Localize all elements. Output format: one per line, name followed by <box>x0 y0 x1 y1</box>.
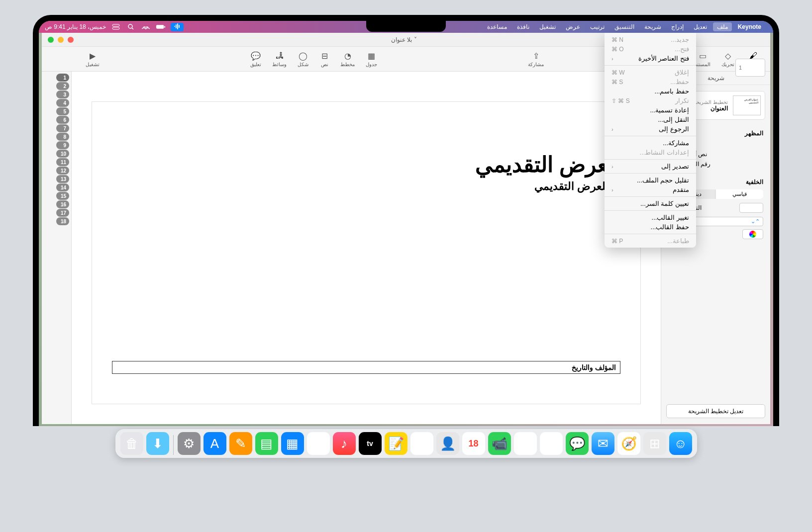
dock-keynote-icon[interactable]: ▦ <box>281 432 304 455</box>
slide-list[interactable]: 123456789101112131415161718 <box>42 72 72 424</box>
slide-thumb-8[interactable]: 8 <box>56 133 69 141</box>
menu-window[interactable]: نافذة <box>513 22 533 31</box>
dock-freeform-icon[interactable]: 〰 <box>307 432 330 455</box>
layout-thumb: عنوان العرض التقديمي <box>733 95 761 115</box>
control-center-icon[interactable] <box>111 23 121 31</box>
menu-item[interactable]: فتح العناصر الأخيرة‹ <box>605 54 696 63</box>
dock-facetime-icon[interactable]: 📹 <box>488 432 511 455</box>
slide-thumb-15[interactable]: 15 <box>56 192 69 200</box>
menu-item[interactable]: تغيير القالب... <box>605 213 696 222</box>
spotlight-icon[interactable] <box>126 23 136 31</box>
menu-item[interactable]: إعادة تسمية... <box>605 105 696 115</box>
slide-thumb-9[interactable]: 9 <box>56 141 69 149</box>
table-button[interactable]: ▦ جدول <box>366 51 377 67</box>
menu-arrange[interactable]: ترتيب <box>586 22 609 31</box>
file-menu-dropdown[interactable]: جديد...⌘ Nفتح...⌘ Oفتح العناصر الأخيرة‹إ… <box>605 33 696 248</box>
menu-slide[interactable]: شريحة <box>640 22 665 31</box>
slide-thumb-18[interactable]: 18 <box>56 217 69 225</box>
menu-item[interactable]: حفظ باسم... <box>605 87 696 96</box>
minimize-button[interactable] <box>58 37 64 43</box>
menu-file[interactable]: ملف <box>713 22 732 31</box>
dock-launchpad-icon[interactable]: ⊞ <box>643 432 666 455</box>
menubar-time[interactable]: خميس، 18 يناير 9:41 ص <box>45 23 106 30</box>
shape-icon: ◯ <box>298 51 308 61</box>
dock-reminders-icon[interactable]: ☑ <box>410 432 433 455</box>
dock-notes-icon[interactable]: 📝 <box>385 432 407 455</box>
menu-item[interactable]: مشاركة... <box>605 138 696 148</box>
close-button[interactable] <box>68 37 74 43</box>
color-picker[interactable] <box>742 229 763 239</box>
menu-item: حفظ...⌘ S <box>605 77 696 87</box>
canvas-area[interactable]: العرض التقديمي ي للعرض التقديمي المؤلف و… <box>72 72 661 424</box>
slide-thumb-11[interactable]: 11 <box>56 158 69 166</box>
battery-icon[interactable] <box>156 23 166 31</box>
edit-layout-button[interactable]: تعديل تخطيط الشريحة <box>666 404 765 418</box>
slide-thumb-12[interactable]: 12 <box>56 167 69 175</box>
slide-thumb-2[interactable]: 2 <box>56 82 69 90</box>
zoom-button[interactable] <box>48 37 54 43</box>
slide-title[interactable]: العرض التقديمي <box>112 152 620 177</box>
menu-item[interactable]: الرجوع إلى‹ <box>605 124 696 134</box>
comment-icon: 💬 <box>251 51 261 61</box>
menu-app[interactable]: Keynote <box>734 22 765 31</box>
current-fill-well[interactable] <box>739 203 763 213</box>
slide-thumb-10[interactable]: 10 <box>56 150 69 158</box>
slide-thumb-6[interactable]: 6 <box>56 116 69 124</box>
menu-format[interactable]: التنسيق <box>610 22 638 31</box>
menu-play[interactable]: تشغيل <box>535 22 560 31</box>
menu-item[interactable]: تقليل حجم الملف... <box>605 176 696 185</box>
slide-thumb-14[interactable]: 14 <box>56 183 69 191</box>
dock-numbers-icon[interactable]: ▤ <box>255 432 278 455</box>
dock-settings-icon[interactable]: ⚙ <box>178 432 201 455</box>
slide-thumb-5[interactable]: 5 <box>56 107 69 115</box>
menu-item: طباعة...⌘ P <box>605 236 696 246</box>
dock-music-icon[interactable]: ♪ <box>333 432 356 455</box>
window-title[interactable]: ˅ بلا عنوان <box>391 36 417 43</box>
menu-item[interactable]: متقدم‹ <box>605 185 696 194</box>
author-placeholder[interactable]: المؤلف والتاريخ <box>112 361 620 374</box>
animate-tab[interactable]: ◇ تحريك <box>721 51 734 67</box>
dock-photos-icon[interactable]: ❀ <box>514 432 537 455</box>
dock-maps-icon[interactable]: 🗺 <box>540 432 563 455</box>
slide-thumb-16[interactable]: 16 <box>56 200 69 208</box>
slide-thumb-3[interactable]: 3 <box>56 90 69 98</box>
dock-pages-icon[interactable]: ✎ <box>229 432 252 455</box>
media-button[interactable]: 🏞 وسائط <box>272 51 287 67</box>
slide-thumb-1[interactable]: 1 <box>56 74 69 82</box>
menu-item[interactable]: تصدير إلى‹ <box>605 162 696 171</box>
menu-edit[interactable]: تعديل <box>690 22 711 31</box>
menu-view[interactable]: عرض <box>562 22 584 31</box>
slide-thumb-7[interactable]: 7 <box>56 124 69 132</box>
chart-button[interactable]: ◔ مخطط <box>340 51 355 67</box>
dock-contacts-icon[interactable]: 👤 <box>436 432 459 455</box>
menu-item[interactable]: حفظ القالب... <box>605 222 696 232</box>
slide-thumb-17[interactable]: 17 <box>56 209 69 217</box>
shape-button[interactable]: ◯ شكل <box>298 51 308 67</box>
slide-thumb-4[interactable]: 4 <box>56 99 69 107</box>
dock-calendar-icon[interactable]: 18 <box>462 432 485 455</box>
dock-appstore-icon[interactable]: A <box>203 432 226 455</box>
dock-finder-icon[interactable]: ☺ <box>669 432 692 455</box>
dock-messages-icon[interactable]: 💬 <box>566 432 589 455</box>
svg-rect-0 <box>112 24 119 26</box>
wifi-icon[interactable] <box>141 23 151 31</box>
dock-mail-icon[interactable]: ✉ <box>592 432 614 455</box>
text-button[interactable]: ⊟ نص <box>319 51 329 67</box>
share-button[interactable]: ⇪ مشاركة <box>528 51 544 67</box>
dock-tv-icon[interactable]: tv <box>359 432 382 455</box>
dock-trash-icon[interactable]: 🗑 <box>120 432 143 455</box>
menu-help[interactable]: مساعدة <box>483 22 511 31</box>
menu-item[interactable]: تعيين كلمة السر... <box>605 199 696 208</box>
slide-canvas[interactable]: العرض التقديمي ي للعرض التقديمي المؤلف و… <box>92 101 641 404</box>
seg-standard[interactable]: قياسي <box>716 189 764 199</box>
voice-control-icon[interactable] <box>171 23 184 31</box>
document-tab[interactable]: ▭ المستند <box>695 51 710 67</box>
menu-item[interactable]: النقل إلى... <box>605 115 696 124</box>
comment-button[interactable]: 💬 تعليق <box>250 51 261 67</box>
play-button[interactable]: ▶ تشغيل <box>86 51 100 67</box>
slide-thumb-13[interactable]: 13 <box>56 175 69 183</box>
menu-insert[interactable]: إدراج <box>667 22 688 31</box>
slide-subtitle[interactable]: ي للعرض التقديمي <box>112 180 620 193</box>
dock-downloads-icon[interactable]: ⬇ <box>146 432 169 455</box>
dock-safari-icon[interactable]: 🧭 <box>617 432 640 455</box>
